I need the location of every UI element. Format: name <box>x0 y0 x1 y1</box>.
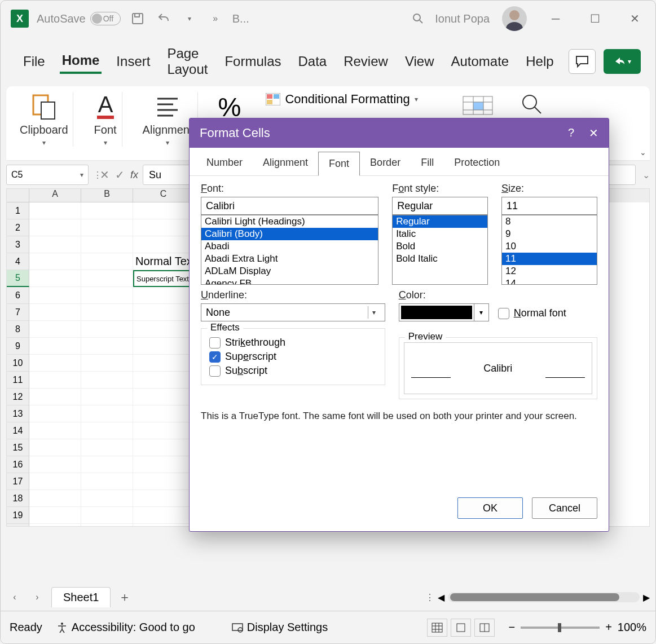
row-header[interactable]: 16 <box>7 456 29 473</box>
row-header[interactable]: 18 <box>7 490 29 507</box>
name-box[interactable]: C5 ▾ <box>6 165 89 185</box>
list-item[interactable]: 8 <box>502 215 597 228</box>
cell[interactable] <box>133 490 194 507</box>
page-break-view-button[interactable] <box>474 619 495 637</box>
zoom-in-button[interactable]: + <box>605 621 612 634</box>
cell[interactable] <box>133 507 194 524</box>
font-style-input[interactable] <box>392 197 488 215</box>
normal-font-checkbox[interactable]: Normal font <box>498 307 566 319</box>
cell[interactable] <box>81 473 133 490</box>
user-name[interactable]: Ionut Popa <box>435 12 490 25</box>
list-item[interactable]: Regular <box>393 215 487 228</box>
cell[interactable] <box>133 338 194 355</box>
search-icon[interactable] <box>409 10 427 28</box>
cell[interactable] <box>133 473 194 490</box>
cell[interactable] <box>29 355 81 372</box>
list-item[interactable]: Calibri Light (Headings) <box>201 215 378 228</box>
cell[interactable] <box>81 253 133 270</box>
page-layout-view-button[interactable] <box>451 619 471 637</box>
col-header-c[interactable]: C <box>133 189 194 202</box>
menu-review[interactable]: Review <box>341 50 390 73</box>
cell[interactable] <box>29 439 81 456</box>
font-style-listbox[interactable]: RegularItalicBoldBold Italic <box>392 215 488 285</box>
color-dropdown[interactable]: ▾ <box>399 303 489 321</box>
cell[interactable] <box>29 253 81 270</box>
list-item[interactable]: 12 <box>502 265 597 277</box>
font-listbox[interactable]: Calibri Light (Headings)Calibri (Body)Ab… <box>201 215 378 285</box>
size-input[interactable] <box>501 197 597 215</box>
row-header[interactable]: 10 <box>7 355 29 372</box>
cell[interactable] <box>81 321 133 338</box>
cell[interactable] <box>133 524 194 527</box>
cell[interactable] <box>81 422 133 439</box>
sheet-tab-active[interactable]: Sheet1 <box>51 587 111 607</box>
autosave-control[interactable]: AutoSave Off <box>37 12 121 25</box>
col-header-a[interactable]: A <box>29 189 81 202</box>
cell[interactable] <box>133 304 194 321</box>
cell[interactable] <box>133 202 194 219</box>
underline-dropdown[interactable]: None ▾ <box>201 303 385 321</box>
sheet-tabs-menu-icon[interactable]: ⋮ <box>425 592 434 603</box>
cell[interactable] <box>29 321 81 338</box>
conditional-formatting-button[interactable]: Conditional Formatting ▾ <box>266 92 417 107</box>
cell[interactable] <box>81 355 133 372</box>
user-avatar[interactable] <box>502 6 527 31</box>
cell[interactable] <box>29 236 81 253</box>
cell[interactable] <box>81 490 133 507</box>
cell[interactable] <box>81 236 133 253</box>
normal-view-button[interactable] <box>427 619 447 637</box>
dialog-tab-protection[interactable]: Protection <box>444 151 510 175</box>
list-item[interactable]: 9 <box>502 228 597 240</box>
cell[interactable] <box>133 389 194 405</box>
menu-insert[interactable]: Insert <box>114 50 152 73</box>
cell[interactable] <box>81 439 133 456</box>
dialog-tab-font[interactable]: Font <box>318 152 360 176</box>
zoom-controls[interactable]: − + 100% <box>508 621 646 634</box>
zoom-out-button[interactable]: − <box>508 621 515 634</box>
row-header[interactable]: 15 <box>7 439 29 456</box>
document-title[interactable]: B... <box>232 12 249 25</box>
zoom-slider[interactable] <box>521 627 600 629</box>
list-item[interactable]: Bold Italic <box>393 253 487 265</box>
cell[interactable] <box>81 219 133 236</box>
list-item[interactable]: Abadi Extra Light <box>201 253 378 265</box>
sheet-nav-prev[interactable]: ‹ <box>6 589 23 606</box>
ribbon-collapse-icon[interactable]: ⌄ <box>640 148 646 157</box>
cell[interactable] <box>29 219 81 236</box>
share-button[interactable]: ▾ <box>604 49 641 74</box>
minimize-button[interactable]: ─ <box>545 8 566 29</box>
cell[interactable] <box>133 321 194 338</box>
cell[interactable] <box>133 355 194 372</box>
ok-button[interactable]: OK <box>457 497 523 519</box>
undo-icon[interactable] <box>155 10 173 28</box>
cell[interactable] <box>29 202 81 219</box>
list-item[interactable]: 10 <box>502 240 597 253</box>
list-item[interactable]: Calibri (Body) <box>201 228 378 240</box>
row-header[interactable]: 14 <box>7 422 29 439</box>
cell[interactable] <box>29 422 81 439</box>
list-item[interactable]: 11 <box>502 253 597 265</box>
cell[interactable] <box>81 389 133 405</box>
cell[interactable] <box>81 507 133 524</box>
row-header[interactable]: 1 <box>7 202 29 219</box>
chevron-down-icon[interactable]: ▾ <box>166 139 169 147</box>
row-header[interactable]: 6 <box>7 287 29 304</box>
row-header[interactable]: 12 <box>7 389 29 405</box>
comments-button[interactable] <box>569 49 596 74</box>
select-all-corner[interactable] <box>7 189 29 202</box>
cell[interactable] <box>29 389 81 405</box>
dialog-tab-border[interactable]: Border <box>360 151 411 175</box>
cell[interactable] <box>29 524 81 527</box>
menu-view[interactable]: View <box>403 50 437 73</box>
add-sheet-button[interactable]: ＋ <box>116 589 133 606</box>
fx-icon[interactable]: fx <box>130 169 138 181</box>
cell[interactable] <box>29 490 81 507</box>
row-header[interactable]: 11 <box>7 372 29 389</box>
more-commands-icon[interactable]: » <box>206 10 224 28</box>
cancel-button[interactable]: Cancel <box>532 497 597 519</box>
cell[interactable] <box>29 270 81 287</box>
cell[interactable] <box>81 524 133 527</box>
cell[interactable] <box>29 338 81 355</box>
close-button[interactable]: ✕ <box>624 8 645 29</box>
horizontal-scrollbar[interactable] <box>448 592 640 602</box>
